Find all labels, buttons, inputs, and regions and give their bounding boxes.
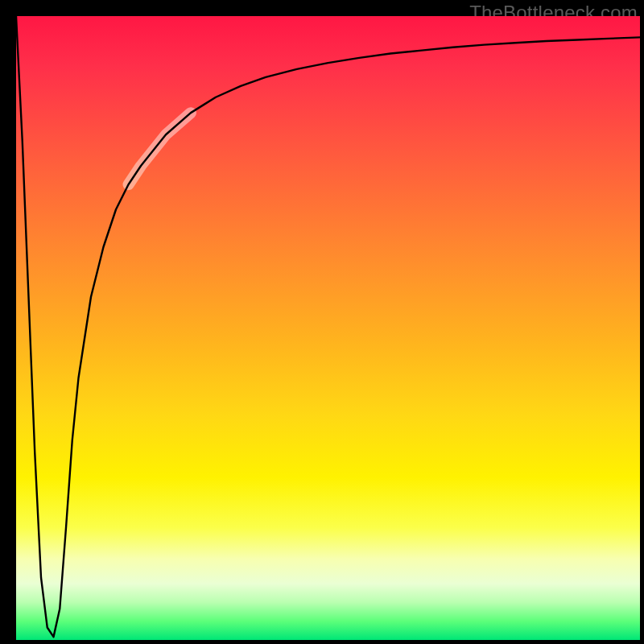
chart-frame: TheBottleneck.com xyxy=(0,0,644,644)
plot-area xyxy=(16,16,640,640)
bottleneck-curve xyxy=(16,16,640,637)
curve-highlight xyxy=(129,113,192,184)
curve-svg xyxy=(16,16,640,640)
